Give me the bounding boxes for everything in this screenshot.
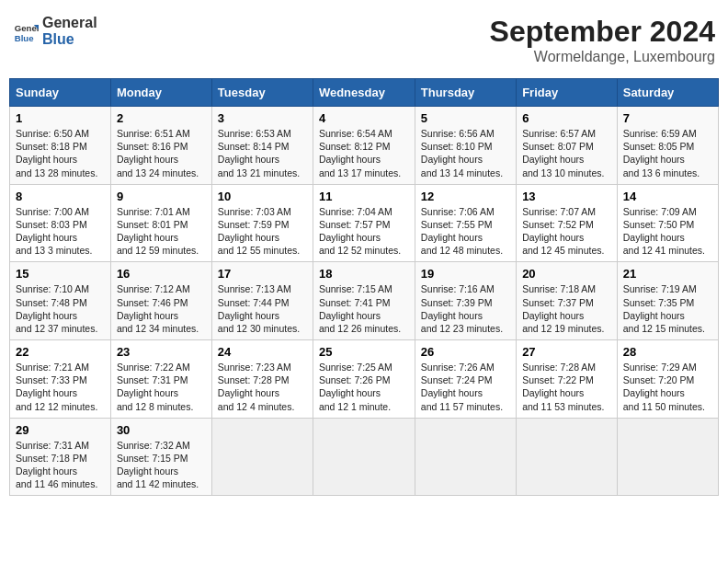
calendar-cell [211,418,313,496]
day-number: 19 [421,267,510,281]
day-number: 7 [623,111,712,125]
calendar-cell: 25 Sunrise: 7:25 AMSunset: 7:26 PMDaylig… [313,340,415,419]
calendar-cell: 8 Sunrise: 7:00 AMSunset: 8:03 PMDayligh… [10,184,111,262]
calendar-cell: 30 Sunrise: 7:32 AMSunset: 7:15 PMDaylig… [110,418,211,496]
day-number: 27 [522,345,611,359]
calendar-cell: 24 Sunrise: 7:23 AMSunset: 7:28 PMDaylig… [211,340,313,419]
day-number: 24 [218,345,307,359]
day-number: 25 [319,345,409,359]
day-number: 8 [16,190,105,203]
svg-text:Blue: Blue [15,32,34,42]
day-number: 15 [16,267,105,281]
calendar-cell: 29 Sunrise: 7:31 AMSunset: 7:18 PMDaylig… [10,418,111,496]
day-detail: Sunrise: 7:21 AMSunset: 7:33 PMDaylight … [16,362,97,412]
calendar-cell: 17 Sunrise: 7:13 AMSunset: 7:44 PMDaylig… [211,262,313,340]
calendar-cell: 2 Sunrise: 6:51 AMSunset: 8:16 PMDayligh… [110,107,211,185]
day-number: 14 [623,190,712,203]
calendar-cell: 23 Sunrise: 7:22 AMSunset: 7:31 PMDaylig… [110,340,211,419]
day-detail: Sunrise: 7:01 AMSunset: 8:01 PMDaylight … [117,206,199,257]
weekday-header: Wednesday [313,79,415,107]
day-detail: Sunrise: 6:57 AMSunset: 8:07 PMDaylight … [522,128,604,178]
calendar-cell: 20 Sunrise: 7:18 AMSunset: 7:37 PMDaylig… [517,262,618,340]
calendar-cell: 5 Sunrise: 6:56 AMSunset: 8:10 PMDayligh… [415,107,516,185]
calendar-cell: 22 Sunrise: 7:21 AMSunset: 7:33 PMDaylig… [10,340,111,419]
day-detail: Sunrise: 7:15 AMSunset: 7:41 PMDaylight … [319,283,401,334]
day-detail: Sunrise: 7:16 AMSunset: 7:39 PMDaylight … [421,283,503,334]
calendar-cell: 21 Sunrise: 7:19 AMSunset: 7:35 PMDaylig… [617,262,718,340]
calendar-cell: 26 Sunrise: 7:26 AMSunset: 7:24 PMDaylig… [415,340,516,419]
calendar-cell: 3 Sunrise: 6:53 AMSunset: 8:14 PMDayligh… [211,107,313,185]
calendar-cell: 6 Sunrise: 6:57 AMSunset: 8:07 PMDayligh… [517,107,618,185]
location-subtitle: Wormeldange, Luxembourg [490,49,715,65]
weekday-header: Friday [517,79,618,107]
day-detail: Sunrise: 7:07 AMSunset: 7:52 PMDaylight … [522,206,604,257]
calendar-cell: 14 Sunrise: 7:09 AMSunset: 7:50 PMDaylig… [617,184,718,262]
day-number: 6 [522,111,611,125]
day-detail: Sunrise: 6:59 AMSunset: 8:05 PMDaylight … [623,128,700,178]
day-detail: Sunrise: 6:53 AMSunset: 8:14 PMDaylight … [218,128,300,178]
title-area: September 2024 Wormeldange, Luxembourg [490,15,715,65]
day-number: 29 [16,423,105,437]
day-detail: Sunrise: 6:56 AMSunset: 8:10 PMDaylight … [421,128,503,178]
day-number: 2 [117,111,206,125]
calendar-cell: 11 Sunrise: 7:04 AMSunset: 7:57 PMDaylig… [313,184,415,262]
month-title: September 2024 [490,15,715,49]
weekday-header: Thursday [415,79,516,107]
day-number: 26 [421,345,510,359]
day-number: 1 [16,111,105,125]
calendar-cell: 9 Sunrise: 7:01 AMSunset: 8:01 PMDayligh… [110,184,211,262]
weekday-header: Tuesday [211,79,313,107]
calendar-cell: 7 Sunrise: 6:59 AMSunset: 8:05 PMDayligh… [617,107,718,185]
logo-icon: General Blue [13,18,39,44]
day-number: 10 [218,190,307,203]
day-detail: Sunrise: 7:26 AMSunset: 7:24 PMDaylight … [421,362,503,412]
day-detail: Sunrise: 7:03 AMSunset: 7:59 PMDaylight … [218,206,300,257]
day-number: 20 [522,267,611,281]
day-detail: Sunrise: 7:10 AMSunset: 7:48 PMDaylight … [16,283,97,334]
day-detail: Sunrise: 7:19 AMSunset: 7:35 PMDaylight … [623,283,705,334]
calendar-cell: 18 Sunrise: 7:15 AMSunset: 7:41 PMDaylig… [313,262,415,340]
day-number: 23 [117,345,206,359]
weekday-header: Saturday [617,79,718,107]
day-detail: Sunrise: 7:31 AMSunset: 7:18 PMDaylight … [16,440,97,490]
day-number: 13 [522,190,611,203]
day-detail: Sunrise: 7:06 AMSunset: 7:55 PMDaylight … [421,206,503,257]
calendar-cell [517,418,618,496]
calendar-cell: 16 Sunrise: 7:12 AMSunset: 7:46 PMDaylig… [110,262,211,340]
day-detail: Sunrise: 7:29 AMSunset: 7:20 PMDaylight … [623,362,705,412]
day-detail: Sunrise: 7:25 AMSunset: 7:26 PMDaylight … [319,362,392,412]
calendar-cell: 10 Sunrise: 7:03 AMSunset: 7:59 PMDaylig… [211,184,313,262]
day-number: 28 [623,345,712,359]
day-number: 22 [16,345,105,359]
day-number: 16 [117,267,206,281]
day-detail: Sunrise: 7:32 AMSunset: 7:15 PMDaylight … [117,440,199,490]
calendar-cell: 28 Sunrise: 7:29 AMSunset: 7:20 PMDaylig… [617,340,718,419]
svg-text:General: General [15,23,39,33]
calendar-cell: 1 Sunrise: 6:50 AMSunset: 8:18 PMDayligh… [10,107,111,185]
day-number: 4 [319,111,409,125]
day-detail: Sunrise: 7:04 AMSunset: 7:57 PMDaylight … [319,206,401,257]
calendar-cell [415,418,516,496]
calendar-cell: 12 Sunrise: 7:06 AMSunset: 7:55 PMDaylig… [415,184,516,262]
day-detail: Sunrise: 7:22 AMSunset: 7:31 PMDaylight … [117,362,193,412]
day-detail: Sunrise: 7:00 AMSunset: 8:03 PMDaylight … [16,206,92,257]
day-number: 17 [218,267,307,281]
day-number: 9 [117,190,206,203]
day-detail: Sunrise: 7:23 AMSunset: 7:28 PMDaylight … [218,362,294,412]
weekday-header: Monday [110,79,211,107]
day-number: 11 [319,190,409,203]
day-number: 18 [319,267,409,281]
day-detail: Sunrise: 7:28 AMSunset: 7:22 PMDaylight … [522,362,604,412]
day-number: 3 [218,111,307,125]
day-detail: Sunrise: 6:54 AMSunset: 8:12 PMDaylight … [319,128,401,178]
day-detail: Sunrise: 6:51 AMSunset: 8:16 PMDaylight … [117,128,199,178]
calendar-cell [313,418,415,496]
day-detail: Sunrise: 7:12 AMSunset: 7:46 PMDaylight … [117,283,199,334]
calendar-cell: 19 Sunrise: 7:16 AMSunset: 7:39 PMDaylig… [415,262,516,340]
day-detail: Sunrise: 7:09 AMSunset: 7:50 PMDaylight … [623,206,705,257]
calendar-table: SundayMondayTuesdayWednesdayThursdayFrid… [9,78,719,496]
day-number: 21 [623,267,712,281]
calendar-cell [617,418,718,496]
day-detail: Sunrise: 7:18 AMSunset: 7:37 PMDaylight … [522,283,604,334]
calendar-cell: 4 Sunrise: 6:54 AMSunset: 8:12 PMDayligh… [313,107,415,185]
